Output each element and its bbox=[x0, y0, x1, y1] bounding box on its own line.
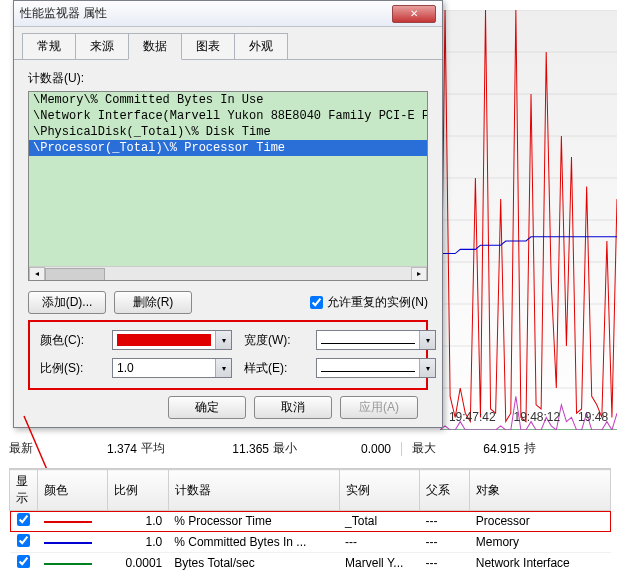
table-row[interactable]: 0.0001Bytes Total/secMarvell Y...---Netw… bbox=[10, 553, 611, 571]
min-label: 最小 bbox=[273, 440, 297, 457]
stats-bar: 最新 1.374 平均 11.365 最小 0.000 最大 64.915 持 bbox=[9, 440, 611, 457]
series-color-line bbox=[44, 563, 92, 565]
counters-label: 计数器(U): bbox=[28, 70, 428, 87]
dialog-title: 性能监视器 属性 bbox=[20, 5, 392, 22]
chart-x-axis: 19:47:42 19:48:12 19:48 bbox=[440, 410, 617, 424]
scale-combobox[interactable]: 1.0 ▾ bbox=[112, 358, 232, 378]
tab-strip: 常规来源数据图表外观 bbox=[14, 27, 442, 60]
scale-label: 比例(S): bbox=[40, 360, 100, 377]
column-header[interactable]: 实例 bbox=[339, 470, 419, 511]
add-button[interactable]: 添加(D)... bbox=[28, 291, 106, 314]
scroll-right-button[interactable]: ▸ bbox=[411, 267, 427, 281]
width-combobox[interactable]: ▾ bbox=[316, 330, 436, 350]
column-header[interactable]: 父系 bbox=[420, 470, 470, 511]
data-tab-panel: 计数器(U): \Memory\% Committed Bytes In Use… bbox=[14, 60, 442, 425]
width-preview bbox=[321, 343, 415, 344]
tick: 19:48 bbox=[578, 410, 608, 424]
scroll-left-button[interactable]: ◂ bbox=[29, 267, 45, 281]
tab-4[interactable]: 外观 bbox=[234, 33, 288, 59]
style-frame-highlighted: 颜色(C): ▾ 宽度(W): ▾ 比例(S): 1.0 ▾ 样式(E): bbox=[28, 320, 428, 390]
column-header[interactable]: 颜色 bbox=[38, 470, 108, 511]
column-header[interactable]: 计数器 bbox=[168, 470, 339, 511]
avg-value: 11.365 bbox=[169, 442, 269, 456]
scroll-thumb[interactable] bbox=[45, 268, 105, 281]
avg-label: 平均 bbox=[141, 440, 165, 457]
max-label: 最大 bbox=[412, 440, 436, 457]
column-header[interactable]: 比例 bbox=[108, 470, 168, 511]
min-value: 0.000 bbox=[301, 442, 391, 456]
color-combobox[interactable]: ▾ bbox=[112, 330, 232, 350]
properties-dialog: 性能监视器 属性 ✕ 常规来源数据图表外观 计数器(U): \Memory\% … bbox=[13, 0, 443, 428]
show-checkbox[interactable] bbox=[17, 534, 30, 547]
table-row[interactable]: 1.0% Committed Bytes In ...------Memory bbox=[10, 532, 611, 553]
style-label: 样式(E): bbox=[244, 360, 304, 377]
duration-label: 持 bbox=[524, 440, 536, 457]
horizontal-scrollbar[interactable]: ◂ ▸ bbox=[29, 266, 427, 281]
ok-button[interactable]: 确定 bbox=[168, 396, 246, 419]
series-color-line bbox=[44, 542, 92, 544]
perf-chart bbox=[440, 10, 617, 430]
counters-table: 显示颜色比例计数器实例父系对象 1.0% Processor Time_Tota… bbox=[9, 468, 611, 570]
counter-list-item[interactable]: \Processor(_Total)\% Processor Time bbox=[29, 140, 427, 156]
apply-button[interactable]: 应用(A) bbox=[340, 396, 418, 419]
counter-list-item[interactable]: \Network Interface(Marvell Yukon 88E8040… bbox=[29, 108, 427, 124]
width-label: 宽度(W): bbox=[244, 332, 304, 349]
series-color-line bbox=[44, 521, 92, 523]
counter-list-item[interactable]: \Memory\% Committed Bytes In Use bbox=[29, 92, 427, 108]
allow-duplicates-input[interactable] bbox=[310, 296, 323, 309]
cancel-button[interactable]: 取消 bbox=[254, 396, 332, 419]
table-row[interactable]: 1.0% Processor Time_Total---Processor bbox=[10, 511, 611, 532]
allow-duplicates-label: 允许重复的实例(N) bbox=[327, 294, 428, 311]
show-checkbox[interactable] bbox=[17, 513, 30, 526]
color-swatch bbox=[117, 334, 211, 346]
chevron-down-icon: ▾ bbox=[215, 331, 231, 349]
style-preview bbox=[321, 371, 415, 372]
chevron-down-icon: ▾ bbox=[419, 331, 435, 349]
close-button[interactable]: ✕ bbox=[392, 5, 436, 23]
column-header[interactable]: 显示 bbox=[10, 470, 38, 511]
scroll-track[interactable] bbox=[45, 267, 411, 281]
show-checkbox[interactable] bbox=[17, 555, 30, 568]
remove-button[interactable]: 删除(R) bbox=[114, 291, 192, 314]
tab-2[interactable]: 数据 bbox=[128, 33, 182, 60]
counter-list-item[interactable]: \PhysicalDisk(_Total)\% Disk Time bbox=[29, 124, 427, 140]
chevron-down-icon: ▾ bbox=[215, 359, 231, 377]
tick: 19:47:42 bbox=[449, 410, 496, 424]
titlebar[interactable]: 性能监视器 属性 ✕ bbox=[14, 1, 442, 27]
color-label: 颜色(C): bbox=[40, 332, 100, 349]
tab-1[interactable]: 来源 bbox=[75, 33, 129, 59]
tick: 19:48:12 bbox=[513, 410, 560, 424]
counters-listbox[interactable]: \Memory\% Committed Bytes In Use\Network… bbox=[28, 91, 428, 281]
style-combobox[interactable]: ▾ bbox=[316, 358, 436, 378]
tab-3[interactable]: 图表 bbox=[181, 33, 235, 59]
latest-label: 最新 bbox=[9, 440, 33, 457]
scale-value: 1.0 bbox=[113, 359, 215, 377]
chevron-down-icon: ▾ bbox=[419, 359, 435, 377]
latest-value: 1.374 bbox=[37, 442, 137, 456]
tab-0[interactable]: 常规 bbox=[22, 33, 76, 59]
max-value: 64.915 bbox=[440, 442, 520, 456]
column-header[interactable]: 对象 bbox=[470, 470, 611, 511]
allow-duplicates-checkbox[interactable]: 允许重复的实例(N) bbox=[310, 294, 428, 311]
